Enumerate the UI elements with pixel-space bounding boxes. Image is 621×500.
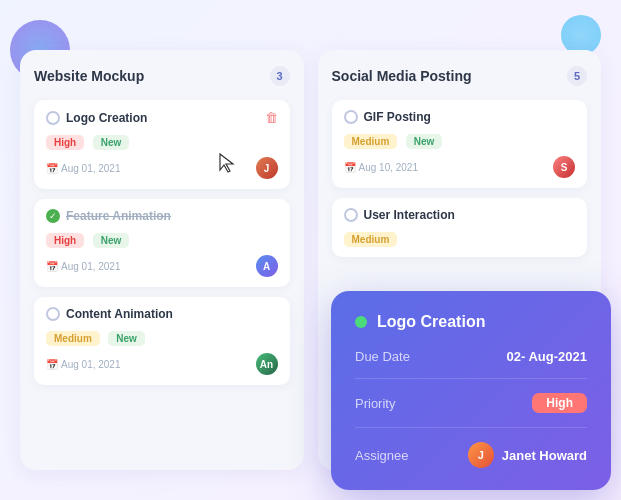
task-feature-footer: 📅 Aug 01, 2021 A (46, 255, 278, 277)
task-logo-checkbox[interactable] (46, 111, 60, 125)
task-feature-status-tag: New (93, 233, 130, 248)
task-gif-tags: Medium New (344, 131, 576, 149)
task-content-priority-tag: Medium (46, 331, 100, 346)
task-feature-date: 📅 Aug 01, 2021 (46, 261, 121, 272)
calendar-icon-4: 📅 (344, 162, 356, 173)
popup-assignee-info: J Janet Howard (468, 442, 587, 468)
task-gif-assignee-avatar: S (553, 156, 575, 178)
task-content-footer: 📅 Aug 01, 2021 An (46, 353, 278, 375)
task-feature-animation[interactable]: Feature Animation High New 📅 Aug 01, 202… (34, 199, 290, 287)
popup-assignee-avatar: J (468, 442, 494, 468)
popup-due-date-row: Due Date 02- Aug-2021 (355, 349, 587, 379)
task-logo-header: Logo Creation 🗑 (46, 110, 278, 125)
column-title-right: Social Media Posting (332, 68, 472, 84)
task-logo-status-tag: New (93, 135, 130, 150)
popup-assignee-label: Assignee (355, 448, 408, 463)
task-feature-checkbox[interactable] (46, 209, 60, 223)
task-content-checkbox[interactable] (46, 307, 60, 321)
task-logo-creation[interactable]: Logo Creation 🗑 High New 📅 Aug 01, 2021 … (34, 100, 290, 189)
task-logo-tags: High New (46, 132, 278, 150)
task-content-status-tag: New (108, 331, 145, 346)
task-gif-checkbox-row: GIF Posting (344, 110, 431, 124)
calendar-icon-3: 📅 (46, 359, 58, 370)
column-header-right: Social Media Posting 5 (332, 66, 588, 86)
task-gif-checkbox[interactable] (344, 110, 358, 124)
task-gif-footer: 📅 Aug 10, 2021 S (344, 156, 576, 178)
task-user-priority-tag: Medium (344, 232, 398, 247)
task-logo-priority-tag: High (46, 135, 84, 150)
task-feature-header: Feature Animation (46, 209, 278, 223)
task-feature-checkbox-row: Feature Animation (46, 209, 171, 223)
popup-priority-row: Priority High (355, 393, 587, 428)
task-gif-name: GIF Posting (364, 110, 431, 124)
task-detail-popup: Logo Creation Due Date 02- Aug-2021 Prio… (331, 291, 611, 490)
popup-status-dot (355, 316, 367, 328)
task-user-checkbox-row: User Interaction (344, 208, 455, 222)
blob-top-right (561, 15, 601, 55)
task-logo-delete-icon[interactable]: 🗑 (265, 110, 278, 125)
column-count-left: 3 (270, 66, 290, 86)
task-content-tags: Medium New (46, 328, 278, 346)
task-feature-priority-tag: High (46, 233, 84, 248)
task-feature-tags: High New (46, 230, 278, 248)
task-user-name: User Interaction (364, 208, 455, 222)
task-content-checkbox-row: Content Animation (46, 307, 173, 321)
popup-title: Logo Creation (377, 313, 485, 331)
task-user-tags: Medium (344, 229, 576, 247)
task-logo-checkbox-row: Logo Creation (46, 111, 147, 125)
task-feature-assignee-avatar: A (256, 255, 278, 277)
popup-title-row: Logo Creation (355, 313, 587, 331)
task-gif-header: GIF Posting (344, 110, 576, 124)
column-title-left: Website Mockup (34, 68, 144, 84)
task-user-checkbox[interactable] (344, 208, 358, 222)
task-content-header: Content Animation (46, 307, 278, 321)
popup-priority-badge: High (532, 393, 587, 413)
task-content-animation[interactable]: Content Animation Medium New 📅 Aug 01, 2… (34, 297, 290, 385)
calendar-icon: 📅 (46, 163, 58, 174)
task-user-header: User Interaction (344, 208, 576, 222)
task-content-assignee-avatar: An (256, 353, 278, 375)
task-content-date: 📅 Aug 01, 2021 (46, 359, 121, 370)
calendar-icon-2: 📅 (46, 261, 58, 272)
popup-assignee-name: Janet Howard (502, 448, 587, 463)
task-content-name: Content Animation (66, 307, 173, 321)
popup-due-date-label: Due Date (355, 349, 410, 364)
column-header-left: Website Mockup 3 (34, 66, 290, 86)
column-count-right: 5 (567, 66, 587, 86)
task-logo-assignee-avatar: J (256, 157, 278, 179)
task-feature-name: Feature Animation (66, 209, 171, 223)
popup-due-date-value: 02- Aug-2021 (507, 349, 587, 364)
task-gif-date: 📅 Aug 10, 2021 (344, 162, 419, 173)
popup-priority-label: Priority (355, 396, 395, 411)
task-gif-priority-tag: Medium (344, 134, 398, 149)
popup-assignee-row: Assignee J Janet Howard (355, 442, 587, 468)
task-logo-name: Logo Creation (66, 111, 147, 125)
task-logo-footer: 📅 Aug 01, 2021 J (46, 157, 278, 179)
task-logo-date: 📅 Aug 01, 2021 (46, 163, 121, 174)
task-gif-status-tag: New (406, 134, 443, 149)
column-website-mockup: Website Mockup 3 Logo Creation 🗑 High Ne… (20, 50, 304, 470)
task-gif-posting[interactable]: GIF Posting Medium New 📅 Aug 10, 2021 S (332, 100, 588, 188)
task-user-interaction[interactable]: User Interaction Medium (332, 198, 588, 257)
